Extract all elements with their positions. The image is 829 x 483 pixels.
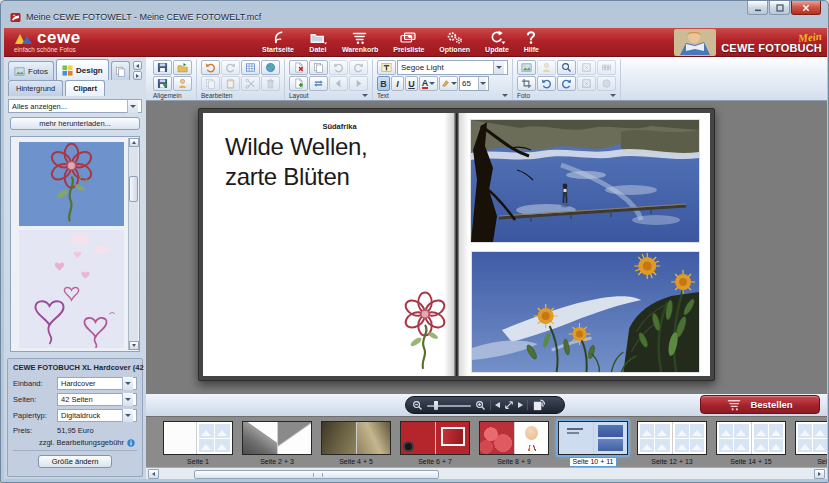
order-button[interactable]: Bestellen <box>700 395 820 414</box>
clipart-scrollbar[interactable] <box>128 138 138 350</box>
subtab-clipart[interactable]: Clipart <box>65 80 105 96</box>
nav-startseite[interactable]: Startseite <box>262 30 294 53</box>
nav-datei[interactable]: Datei <box>309 30 327 53</box>
thumbnail-seite-8-9[interactable]: Seite 8 + 9 <box>479 421 549 467</box>
tab-design[interactable]: Design <box>56 59 109 80</box>
foto-menu-caret[interactable] <box>610 94 616 97</box>
page-add-button[interactable] <box>289 76 308 91</box>
page-duplicate-button[interactable] <box>309 60 328 75</box>
thumbnail-seite-6-7[interactable]: Seite 6 + 7 <box>400 421 470 467</box>
thumbnail-seite-10-11-selected[interactable]: Seite 10 + 11 <box>558 421 628 467</box>
pages-select[interactable]: 42 Seiten <box>57 393 137 406</box>
nav-preisliste[interactable]: Preisliste <box>393 30 424 53</box>
photo-effect-button[interactable] <box>597 76 616 91</box>
scroll-down-arrow[interactable] <box>129 341 139 350</box>
clipart-filter-select[interactable]: Alles anzeigen... <box>8 99 142 113</box>
scroll-up-arrow[interactable] <box>129 138 139 147</box>
scroll-left-arrow[interactable] <box>148 469 159 479</box>
profile-button[interactable] <box>173 76 192 91</box>
italic-button[interactable]: I <box>391 76 404 91</box>
tab-scroll-left[interactable] <box>133 61 142 70</box>
text-menu-caret[interactable] <box>502 94 508 97</box>
bold-button[interactable]: B <box>377 76 390 91</box>
thumbnail-seite-1[interactable]: Seite 1 <box>163 421 233 467</box>
maximize-button[interactable] <box>769 1 790 15</box>
page-swap-button[interactable] <box>309 76 328 91</box>
thumbnail-seite-16[interactable]: Seite 16 <box>795 421 827 467</box>
info-icon[interactable] <box>127 439 135 447</box>
nav-warenkorb[interactable]: Warenkorb <box>342 30 378 53</box>
delete-button[interactable] <box>261 76 280 91</box>
clipart-item-hearts[interactable] <box>19 230 124 348</box>
redo-button[interactable] <box>221 60 240 75</box>
tab-scroll-right[interactable] <box>133 71 142 80</box>
zoom-slider-thumb[interactable] <box>434 401 438 410</box>
undo-button[interactable] <box>201 60 220 75</box>
tab-fotos[interactable]: Fotos <box>8 61 54 80</box>
thumbnail-seite-4-5[interactable]: Seite 4 + 5 <box>321 421 391 467</box>
photo-crop-button[interactable] <box>517 76 536 91</box>
photo-border-button[interactable] <box>597 60 616 75</box>
save-button[interactable] <box>153 60 172 75</box>
font-size-select[interactable]: 65 <box>459 76 489 91</box>
underline-button[interactable]: U <box>405 76 418 91</box>
zoom-out-icon[interactable] <box>412 400 423 411</box>
page-move-left-button[interactable] <box>329 76 348 91</box>
book-page-left[interactable]: Südafrika Wilde Wellen, zarte Blüten <box>203 113 454 376</box>
binding-select[interactable]: Hardcover <box>57 377 137 390</box>
thumbnail-seite-2-3[interactable]: Seite 2 + 3 <box>242 421 312 467</box>
font-family-select[interactable]: Segoe Light <box>397 60 508 75</box>
nav-hilfe[interactable]: Hilfe <box>524 30 539 53</box>
nav-optionen[interactable]: Optionen <box>439 30 470 53</box>
thumbnail-scrollbar[interactable] <box>146 467 827 479</box>
layout-redo-button[interactable] <box>349 60 368 75</box>
download-more-button[interactable]: mehr herunterladen... <box>10 117 140 130</box>
font-color-button[interactable]: A <box>419 76 438 91</box>
rotate-right-button[interactable] <box>557 76 576 91</box>
editor-canvas[interactable]: Südafrika Wilde Wellen, zarte Blüten <box>146 101 827 394</box>
open-button[interactable] <box>173 60 192 75</box>
hscrollbar-thumb[interactable] <box>194 470 439 479</box>
clipart-item-flower[interactable] <box>19 142 124 226</box>
rotate-left-button[interactable] <box>537 76 556 91</box>
photo-fit-button[interactable] <box>577 76 596 91</box>
paste-button[interactable] <box>221 76 240 91</box>
zoom-slider[interactable] <box>427 401 471 410</box>
scroll-right-arrow[interactable] <box>814 469 825 479</box>
page-delete-button[interactable] <box>289 60 308 75</box>
layout-undo-button[interactable] <box>329 60 348 75</box>
minimize-button[interactable] <box>747 1 768 15</box>
page-flip-icon[interactable] <box>532 399 545 412</box>
page-title-text[interactable]: Wilde Wellen, zarte Blüten <box>225 132 367 192</box>
flower-clipart-on-page[interactable] <box>398 289 452 375</box>
layout-menu-caret[interactable] <box>362 94 368 97</box>
previous-page-button[interactable] <box>495 402 500 408</box>
copy-button[interactable] <box>201 76 220 91</box>
close-button[interactable] <box>791 1 821 15</box>
tab-layouts[interactable] <box>111 61 130 80</box>
fullscreen-icon[interactable] <box>504 400 514 410</box>
photo-search-button[interactable] <box>557 60 576 75</box>
book-page-right[interactable] <box>459 113 710 376</box>
photo-proteas[interactable] <box>472 252 699 372</box>
save-as-button[interactable] <box>153 76 172 91</box>
subtab-hintergrund[interactable]: Hintergrund <box>8 80 63 96</box>
highlight-color-button[interactable] <box>439 76 458 91</box>
page-move-right-button[interactable] <box>349 76 368 91</box>
photo-coastline[interactable] <box>471 120 699 242</box>
next-page-button[interactable] <box>518 402 523 408</box>
zoom-in-icon[interactable] <box>475 400 486 411</box>
paper-select[interactable]: Digitaldruck <box>57 409 137 422</box>
cut-button[interactable] <box>241 76 260 91</box>
photo-frame-button[interactable] <box>577 60 596 75</box>
photo-add-button[interactable] <box>517 60 536 75</box>
page-subtitle-text[interactable]: Südafrika <box>203 122 454 131</box>
resize-button[interactable]: Größe ändern <box>38 455 112 468</box>
thumbnail-seite-14-15[interactable]: Seite 14 + 15 <box>716 421 786 467</box>
table-button[interactable] <box>241 60 260 75</box>
thumbnail-seite-12-13[interactable]: Seite 12 + 13 <box>637 421 707 467</box>
web-button[interactable] <box>261 60 280 75</box>
text-frame-button[interactable] <box>377 60 396 75</box>
photo-person-button[interactable] <box>537 60 556 75</box>
scrollbar-thumb[interactable] <box>129 176 138 202</box>
